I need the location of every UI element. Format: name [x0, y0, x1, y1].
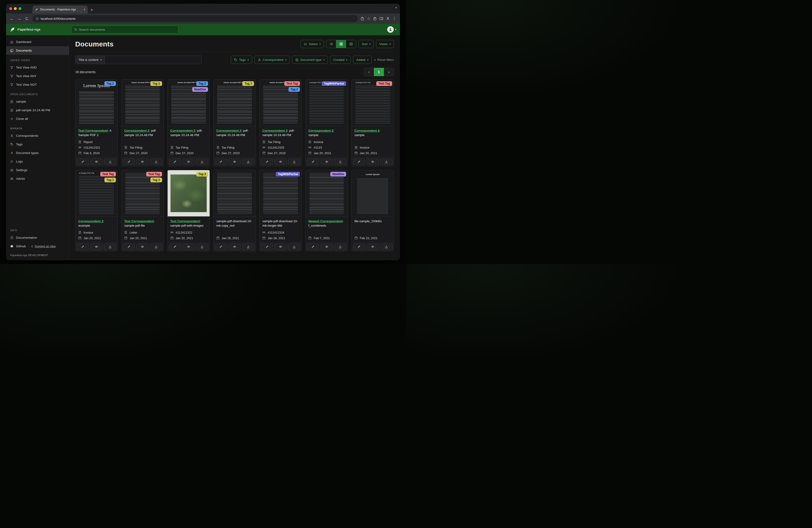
- tag-badge[interactable]: Test Tag: [100, 172, 116, 176]
- document-title[interactable]: Correspondent 2: pdf-sample 10.24.48 PM: [124, 129, 161, 138]
- tag-badge[interactable]: Tag 2: [289, 87, 300, 92]
- preview-button[interactable]: [320, 159, 333, 165]
- document-title[interactable]: Test Correspondent: A Sample PDF 2: [78, 129, 115, 138]
- download-button[interactable]: [334, 244, 347, 250]
- preview-button[interactable]: [182, 244, 195, 250]
- correspondent-link[interactable]: Correspondent 2: [170, 129, 195, 132]
- correspondent-link[interactable]: Test Correspondent: [78, 129, 108, 132]
- tag-badge[interactable]: NewOne: [330, 172, 346, 176]
- edit-button[interactable]: [122, 159, 135, 165]
- document-title[interactable]: Correspondent 2: asample: [78, 219, 115, 228]
- tag-badge[interactable]: Tag 2: [197, 81, 208, 86]
- download-button[interactable]: [380, 244, 393, 250]
- views-button[interactable]: Views ▾: [376, 40, 394, 48]
- detail-view-button[interactable]: [346, 40, 356, 48]
- site-info-icon[interactable]: [36, 17, 39, 20]
- tag-badge[interactable]: NewOne: [192, 87, 208, 92]
- sidebar-item-document-types[interactable]: # Document types: [6, 148, 69, 157]
- new-tab-button[interactable]: +: [90, 8, 93, 12]
- edit-button[interactable]: [77, 159, 89, 165]
- document-title[interactable]: file-sample_150kBs: [354, 219, 391, 224]
- sidebar-item-close-all[interactable]: Close all: [6, 114, 69, 123]
- browser-menu-kebab-icon[interactable]: ⋮: [393, 17, 396, 20]
- edit-button[interactable]: [77, 244, 89, 250]
- tag-badge[interactable]: Test Tag: [284, 81, 300, 86]
- tag-badge[interactable]: Test Tag: [376, 81, 392, 86]
- download-button[interactable]: [150, 244, 162, 250]
- correspondent-link[interactable]: Test Correspondent: [170, 219, 200, 223]
- document-thumbnail[interactable]: NewOne: [305, 170, 348, 217]
- sidebar-item-saved-view[interactable]: Test View ANY: [6, 72, 69, 80]
- download-button[interactable]: [196, 159, 208, 165]
- document-type-filter-button[interactable]: Document type ▾: [292, 56, 328, 64]
- tag-badge[interactable]: Tag 3: [104, 177, 116, 182]
- tab-search-chevron-icon[interactable]: ▾: [395, 6, 397, 9]
- document-thumbnail[interactable]: A Simple PDF File Test Tag: [352, 80, 394, 126]
- preview-button[interactable]: [229, 244, 241, 250]
- title-content-dropdown[interactable]: Title & content ▾: [75, 56, 105, 64]
- preview-button[interactable]: [229, 159, 241, 165]
- edit-button[interactable]: [353, 244, 365, 250]
- correspondent-link[interactable]: Newest Correspondent: [308, 219, 343, 223]
- edit-button[interactable]: [261, 244, 273, 250]
- sidebar-item-tags[interactable]: Tags: [6, 140, 69, 148]
- download-button[interactable]: [288, 244, 301, 250]
- preview-button[interactable]: [182, 159, 195, 165]
- document-thumbnail[interactable]: A Simple PDF File TagWithPartial: [305, 80, 348, 126]
- edit-button[interactable]: [307, 244, 319, 250]
- sort-button[interactable]: Sort ▾: [359, 40, 374, 48]
- preview-button[interactable]: [90, 159, 103, 165]
- url-bar[interactable]: localhost:4200/documents: [32, 15, 358, 22]
- sidebar-item-github[interactable]: GitHub: [16, 244, 26, 248]
- edit-button[interactable]: [261, 159, 273, 165]
- document-title[interactable]: Correspondent 2: sample: [354, 129, 391, 138]
- reset-filters-button[interactable]: × Reset filters: [374, 58, 394, 61]
- title-content-input[interactable]: [105, 56, 202, 64]
- download-button[interactable]: [334, 159, 347, 165]
- tag-badge[interactable]: Tag 3: [150, 81, 162, 86]
- reload-button[interactable]: [24, 16, 30, 22]
- preview-button[interactable]: [274, 244, 287, 250]
- document-title[interactable]: Test Correspondent: sample-pdf-with-imag…: [170, 219, 207, 228]
- correspondent-filter-button[interactable]: Correspondent ▾: [255, 56, 290, 64]
- download-button[interactable]: [242, 244, 255, 250]
- document-title[interactable]: Newest Correspondent: f_combineds: [308, 219, 345, 228]
- document-title[interactable]: Correspondent 2: pdf-sample 10.24.48 PM: [170, 129, 207, 138]
- download-button[interactable]: [150, 159, 162, 165]
- sidebar-item-logs[interactable]: Logs: [6, 157, 69, 166]
- suggest-idea-link[interactable]: Suggest an idea: [31, 245, 56, 248]
- document-thumbnail[interactable]: Adobe Acrobat PDF Files Test TagTag 2: [260, 80, 302, 126]
- document-thumbnail[interactable]: Lorem Ipsum Tag 2: [75, 80, 117, 126]
- sidebar-item-settings[interactable]: Settings: [6, 166, 69, 174]
- document-title[interactable]: Correspondent 2: pdf-sample 10.24.48 PM: [216, 129, 253, 138]
- side-panel-icon[interactable]: [379, 17, 383, 20]
- preview-button[interactable]: [274, 159, 287, 165]
- document-thumbnail[interactable]: Tag 3: [168, 170, 209, 217]
- correspondent-link[interactable]: Correspondent 2: [308, 129, 333, 132]
- preview-button[interactable]: [366, 159, 379, 165]
- document-thumbnail[interactable]: [214, 170, 256, 217]
- sidebar-item-saved-view[interactable]: Test View NOT: [6, 80, 69, 89]
- sidebar-item-dashboard[interactable]: Dashboard: [6, 38, 69, 46]
- document-thumbnail[interactable]: Adobe Acrobat PDF Files Tag 3: [121, 80, 163, 126]
- sidebar-item-open-document[interactable]: pdf-sample 10.24.48 PM: [6, 106, 69, 114]
- document-title[interactable]: Correspondent 2: pdf-sample 10.24.48 PM: [262, 129, 299, 138]
- download-button[interactable]: [380, 159, 393, 165]
- download-button[interactable]: [242, 159, 255, 165]
- search-input[interactable]: [79, 28, 176, 31]
- sidebar-item-documentation[interactable]: Documentation: [6, 233, 69, 242]
- correspondent-link[interactable]: Correspondent 2: [354, 129, 379, 132]
- tab-close-icon[interactable]: ×: [84, 8, 85, 11]
- pagination-next-button[interactable]: »: [384, 68, 394, 76]
- user-menu[interactable]: ▾: [387, 26, 396, 33]
- download-button[interactable]: [196, 244, 208, 250]
- correspondent-link[interactable]: Test Correspondent: [124, 219, 154, 223]
- sidebar-item-correspondents[interactable]: Correspondents: [6, 131, 69, 140]
- tag-badge[interactable]: Tag 3: [197, 172, 208, 176]
- preview-button[interactable]: [90, 244, 103, 250]
- added-filter-button[interactable]: Added ▾: [353, 56, 372, 64]
- tag-badge[interactable]: TagWithPartial: [276, 172, 300, 176]
- edit-button[interactable]: [169, 159, 181, 165]
- document-thumbnail[interactable]: Adobe Acrobat PDF Files Tag 3: [214, 80, 256, 126]
- preview-button[interactable]: [136, 159, 149, 165]
